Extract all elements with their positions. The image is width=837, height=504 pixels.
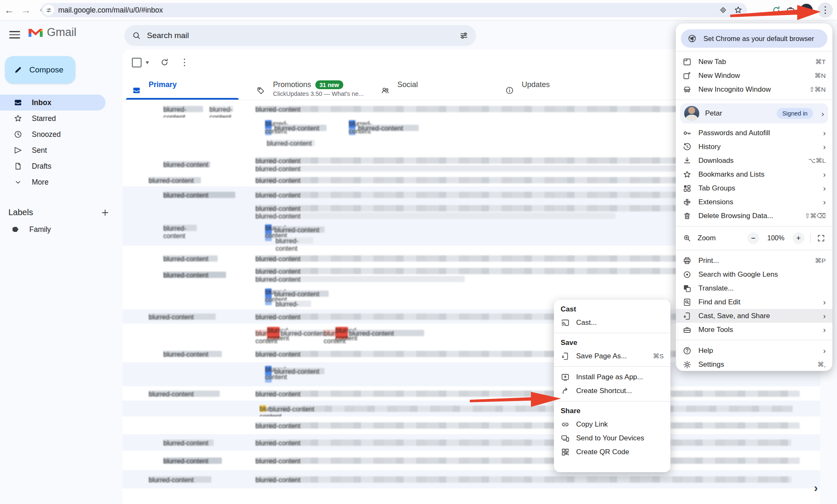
select-dropdown-caret[interactable]: ▾	[146, 59, 149, 66]
more-options-icon[interactable]: ⋮	[180, 57, 189, 68]
menu-item-label: Find and Edit	[698, 298, 816, 306]
refresh-icon[interactable]	[160, 58, 169, 67]
briefcase-ext-icon[interactable]	[786, 5, 795, 15]
email-row[interactable]: blurred-contentblurred-content	[123, 451, 820, 470]
submenu-item-create-shortcut[interactable]: Create Shortcut...	[554, 384, 670, 398]
menu-item-bookmarks-and-lists[interactable]: Bookmarks and Lists›	[676, 167, 832, 181]
menu-item-cast-save-and-share[interactable]: Cast, Save, and Share›	[676, 309, 832, 323]
submenu-item-label: Install Page as App...	[576, 373, 664, 381]
set-default-browser-button[interactable]: Set Chrome as your default browser	[681, 29, 827, 48]
menu-item-shortcut: ⌘T	[815, 58, 826, 66]
sidebar-item-more[interactable]: More	[0, 174, 106, 190]
tab-updates[interactable]: Updates	[496, 75, 620, 100]
menu-item-label: Settings	[698, 360, 811, 369]
search-options-icon[interactable]	[459, 31, 469, 40]
account-row[interactable]: PetarSigned in›	[680, 103, 828, 123]
menu-item-label: Print...	[698, 257, 808, 265]
sidebar-item-label: Starred	[32, 114, 56, 123]
select-all-checkbox[interactable]	[132, 58, 142, 67]
menu-item-new-incognito-window[interactable]: New Incognito Window⇧⌘N	[676, 82, 832, 96]
submenu-item-cast[interactable]: Cast...	[554, 316, 670, 329]
omnibox[interactable]: mail.google.com/mail/u/0/#inbox	[41, 3, 747, 17]
submenu-item-copy-link[interactable]: Copy Link	[554, 417, 670, 431]
tab-social[interactable]: Social	[371, 75, 496, 100]
menu-item-delete-browsing-data[interactable]: Delete Browsing Data...⇧⌘⌫	[676, 209, 832, 223]
menu-item-more-tools[interactable]: More Tools›	[676, 323, 832, 337]
help-icon	[682, 346, 692, 355]
bookmark-star-icon[interactable]	[734, 5, 743, 15]
submenu-item-label: Create QR Code	[576, 448, 664, 456]
menu-item-label: New Incognito Window	[698, 85, 802, 94]
side-panel-expand-chevron[interactable]: ›	[814, 481, 818, 495]
menu-item-help[interactable]: Help›	[676, 344, 832, 357]
menu-item-find-and-edit[interactable]: Find and Edit›	[676, 295, 832, 309]
eye-ext-icon[interactable]	[719, 5, 728, 15]
label-item-family[interactable]: Family	[0, 221, 123, 237]
submenu-item-label: Save Page As...	[576, 352, 646, 360]
reload-ext-icon[interactable]	[772, 5, 781, 15]
email-row[interactable]: blurred-contentblurred-content	[123, 470, 820, 489]
active-tab-underline	[126, 98, 239, 100]
menu-item-label: More Tools	[698, 326, 816, 334]
menu-item-shortcut: ⇧⌘⌫	[805, 212, 826, 220]
star-icon	[13, 114, 23, 123]
tag-icon	[256, 81, 265, 100]
browser-menu-button[interactable]: ⋮	[818, 3, 833, 18]
url-text[interactable]: mail.google.com/mail/u/0/#inbox	[58, 6, 163, 15]
sidebar-item-drafts[interactable]: Drafts	[0, 158, 106, 174]
menu-item-shortcut: ⌥⌘L	[808, 157, 826, 165]
submenu-item-create-qr-code[interactable]: Create QR Code	[554, 445, 670, 459]
fullscreen-icon[interactable]	[816, 234, 826, 243]
menu-item-history[interactable]: History›	[676, 140, 832, 154]
site-info-icon[interactable]	[43, 5, 54, 15]
draft-icon	[13, 162, 23, 171]
menu-item-shortcut: ⌘N	[814, 72, 826, 80]
forward-button[interactable]: →	[18, 0, 34, 20]
create-label-button[interactable]	[100, 208, 110, 217]
people-icon	[381, 81, 390, 100]
menu-item-passwords-and-autofill[interactable]: Passwords and Autofill›	[676, 126, 832, 140]
zoom-out-button[interactable]: −	[747, 232, 759, 244]
menu-item-translate[interactable]: Translate...	[676, 281, 832, 295]
submenu-item-install-page-as-app[interactable]: Install Page as App...	[554, 370, 670, 384]
email-row[interactable]: blurred-contentblurred-content	[123, 401, 820, 417]
menu-item-extensions[interactable]: Extensions›	[676, 195, 832, 209]
email-row[interactable]: blurred-content	[123, 417, 820, 434]
tab-title-row: Primary	[149, 80, 177, 89]
submenu-item-save-page-as[interactable]: Save Page As...⌘S	[554, 349, 670, 363]
menu-item-new-tab[interactable]: New Tab⌘T	[676, 55, 832, 69]
menu-item-tab-groups[interactable]: Tab Groups›	[676, 181, 832, 195]
menu-item-label: Cast, Save, and Share	[698, 312, 816, 320]
create-shortcut-icon	[561, 386, 570, 396]
find-icon	[682, 298, 692, 307]
trash-icon	[682, 211, 692, 221]
incognito-icon	[682, 85, 692, 94]
menu-item-search-with-google-lens[interactable]: Search with Google Lens	[676, 267, 832, 281]
hamburger-menu-icon[interactable]	[9, 29, 20, 40]
submenu-header-share: Share	[554, 405, 670, 417]
tab-promotions[interactable]: Promotions31 newClickUpdates 3.50 — What…	[247, 75, 371, 100]
search-input[interactable]: Search mail	[124, 25, 476, 46]
back-button[interactable]: ←	[1, 0, 18, 20]
submenu-item-shortcut: ⌘S	[653, 352, 664, 360]
email-row[interactable]: blurred-contentblurred-content	[123, 434, 820, 451]
sidebar-item-sent[interactable]: Sent	[0, 142, 106, 158]
compose-button[interactable]: Compose	[5, 56, 75, 84]
tab-primary[interactable]: Primary	[123, 75, 247, 100]
tab-title-row: Updates	[522, 80, 550, 89]
sidebar-item-snoozed[interactable]: Snoozed	[0, 126, 106, 142]
menu-item-print[interactable]: Print...⌘P	[676, 254, 832, 267]
menu-item-label: Passwords and Autofill	[698, 129, 816, 137]
tab-new-badge: 31 new	[315, 80, 343, 89]
zoom-in-button[interactable]: +	[793, 232, 804, 244]
menu-item-new-window[interactable]: New Window⌘N	[676, 69, 832, 82]
email-row[interactable]: blurred-contentblurred-content	[123, 386, 820, 401]
submenu-item-send-to-your-devices[interactable]: Send to Your Devices	[554, 431, 670, 445]
sidebar-item-inbox[interactable]: Inbox	[0, 95, 106, 111]
save-page-icon	[561, 352, 570, 361]
menu-item-settings[interactable]: Settings⌘,	[676, 357, 832, 371]
menu-item-downloads[interactable]: Downloads⌥⌘L	[676, 154, 832, 167]
chevron-right-icon: ›	[823, 298, 826, 306]
profile-avatar[interactable]	[800, 4, 813, 16]
sidebar-item-starred[interactable]: Starred	[0, 111, 106, 126]
